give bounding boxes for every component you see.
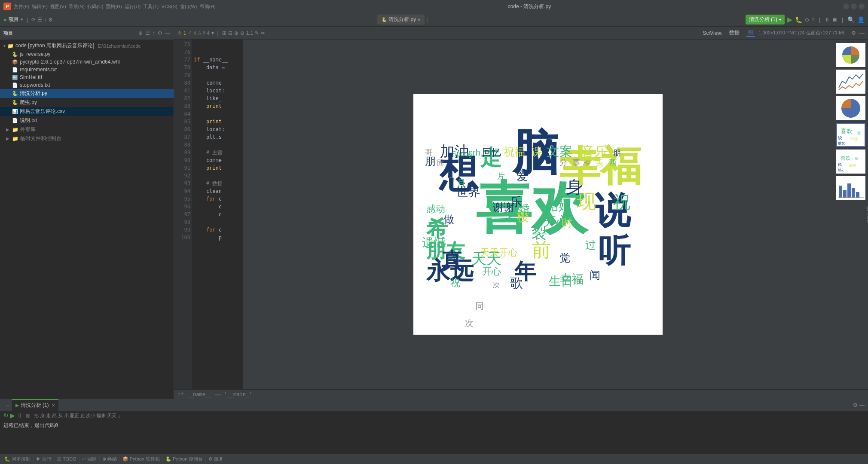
bottom-tab-todo[interactable]: ☑ TODO <box>54 455 79 463</box>
tab-dropdown-icon[interactable]: ▾ <box>418 17 420 23</box>
minimize-button[interactable]: － <box>843 3 849 9</box>
run-config-dropdown[interactable]: ▾ <box>779 17 781 22</box>
line-88: # 主循 <box>194 150 223 156</box>
sidebar-header: 项目 ⊕ ☰ ↕ ⚙ — <box>0 27 174 40</box>
run-panel-settings: ⚙ — <box>853 402 865 408</box>
thumb-wordcloud-5[interactable]: 喜欢 说 幸福 听 朋友 <box>836 150 865 174</box>
word-small-11: 次 <box>493 281 500 289</box>
line-94: for c <box>194 196 222 202</box>
table-icon[interactable]: ⊟ <box>228 30 232 36</box>
svg-text:朋友: 朋友 <box>838 141 845 145</box>
sort-icon[interactable]: ↕ <box>44 17 46 23</box>
sidebar-item-external[interactable]: ▶ 📁 外部库 <box>0 125 174 134</box>
run-active-tab[interactable]: ▶ 清洗分析 (1) ✕ <box>12 399 58 411</box>
search-button[interactable]: 🔍 <box>847 16 855 23</box>
bottom-tab-end[interactable]: ⊗ 终结 <box>99 455 119 463</box>
minimize-editor-icon[interactable]: — <box>859 30 865 36</box>
line-85: locat: <box>194 126 225 132</box>
list-icon[interactable]: ☰ <box>37 17 42 23</box>
thumb-bar-6[interactable] <box>836 176 865 200</box>
bottom-tab-callback[interactable]: ↩ 回调 <box>79 455 99 463</box>
sync-icon[interactable]: ⟳ <box>31 17 36 23</box>
word-回忆: 回忆 <box>482 147 501 158</box>
maximize-button[interactable]: □ <box>851 3 857 9</box>
sort-sidebar-icon[interactable]: ↕ <box>153 30 155 36</box>
svg-text:听: 听 <box>855 157 859 161</box>
sidebar-item-qingxi[interactable]: 🐍 清洗分析.py <box>0 89 174 98</box>
run-settings-icon[interactable]: ⚙ <box>853 402 858 408</box>
external-folder-icon: 📁 <box>12 127 18 133</box>
sciview-label: SciView: <box>703 30 723 36</box>
bottom-tab-packages[interactable]: 📦 Python 软件包 <box>119 455 162 463</box>
project-expand-icon[interactable]: ▾ <box>21 17 23 22</box>
grid-icon[interactable]: ⊞ <box>222 30 226 36</box>
debug-button[interactable]: 🐛 <box>795 16 802 23</box>
sidebar-item-stopwords[interactable]: 📄 stopwords.txt <box>0 81 174 89</box>
thumb-wordcloud-4[interactable]: 喜欢 说 幸福 听 朋友 <box>836 123 865 147</box>
bottom-tab-debug[interactable]: 🐛 脚本控制 <box>2 455 33 463</box>
word-歌: 歌 <box>510 276 523 290</box>
word-觉: 觉 <box>559 252 570 264</box>
svg-rect-15 <box>847 183 851 198</box>
sidebar-item-csv[interactable]: 📊 网易云音乐评论.csv <box>0 107 174 116</box>
run-tabs: ≡ ▶ 清洗分析 (1) ✕ ⚙ — <box>0 399 868 411</box>
thumb-line-2[interactable] <box>836 70 865 94</box>
bottom-tab-run[interactable]: ▶ 运行 <box>33 455 54 463</box>
thumb-pie-3[interactable] <box>836 96 865 120</box>
word-过: 过 <box>585 239 596 251</box>
bottom-tab-console[interactable]: 🐍 Python 控制台 <box>162 455 205 463</box>
run-button[interactable]: ▶ <box>787 15 792 24</box>
collapse-icon[interactable]: — <box>55 17 60 23</box>
word-生日: 生日 <box>549 275 573 288</box>
pin-icon[interactable]: | <box>426 17 428 23</box>
sciview-chart-tab[interactable]: 图 <box>746 29 755 37</box>
sidebar-item-pycrypto[interactable]: 📦 pycrypto-2.6.1-cp37-cp37m-win_amd64.wh… <box>0 58 174 66</box>
svg-rect-17 <box>856 192 859 198</box>
csv-label: 网易云音乐评论.csv <box>20 108 65 115</box>
line-77: data = <box>194 64 225 70</box>
line-83 <box>194 111 197 117</box>
stop-button[interactable]: ⏹ <box>832 17 837 23</box>
minus-icon[interactable]: ⊖ <box>240 30 245 36</box>
tree-root[interactable]: ▾ 📁 code [python 爬取网易云音乐评论] E:\01zhuomia… <box>0 41 174 50</box>
sidebar-item-shuoming[interactable]: 📄 说明.txt <box>0 116 174 125</box>
add-icon[interactable]: ⊕ <box>234 30 238 36</box>
settings-icon[interactable]: ⚙ <box>48 17 53 23</box>
close-button[interactable]: ✕ <box>859 3 865 9</box>
sidebar-item-pachong[interactable]: 🐍 爬虫.py <box>0 98 174 107</box>
pause-button[interactable]: ⏸ <box>825 17 830 23</box>
run-panel-icon[interactable]: ≡ <box>3 400 12 410</box>
sidebar-item-requirements[interactable]: 📄 requirements.txt <box>0 66 174 73</box>
root-label: code [python 爬取网易云音乐评论] <box>15 42 94 49</box>
user-button[interactable]: 👤 <box>857 16 865 23</box>
expand-checks-icon[interactable]: ▾ <box>211 30 214 36</box>
word-乐: 乐 <box>510 195 522 208</box>
word-结婚: 结婚 <box>547 199 571 213</box>
rerun-button[interactable]: ↻ <box>3 412 9 419</box>
run-minimize-icon[interactable]: — <box>859 402 865 408</box>
settings-editor-icon[interactable]: ⚙ <box>851 30 856 36</box>
thumb-pie-1[interactable] <box>836 43 865 67</box>
minimize-sidebar-icon[interactable]: — <box>165 30 170 36</box>
pen-icon[interactable]: ✏ <box>261 30 265 36</box>
bottom-tab-services[interactable]: ⚙ 服务 <box>205 455 226 463</box>
run-again-button[interactable]: ▶ <box>10 412 15 419</box>
sciview-data-tab[interactable]: 数据 <box>727 29 741 37</box>
stop-run-button: ⏹ <box>24 412 31 419</box>
settings-sidebar-icon[interactable]: ⚙ <box>158 30 162 36</box>
toolbar-center: 🐍 清洗分析.py ▾ | <box>62 15 743 24</box>
txt-icon-req: 📄 <box>12 67 18 73</box>
run-config-btn[interactable]: 清洗分析 (1) ▾ <box>746 15 785 24</box>
list-view-icon[interactable]: ☰ <box>145 30 150 36</box>
project-label: 项目 <box>9 16 19 23</box>
sidebar-item-temp[interactable]: ▶ 📁 临时文件和控制台 <box>0 134 174 143</box>
sidebar-item-simhei[interactable]: 🔤 SimHei.ttf <box>0 73 174 81</box>
file-tab[interactable]: 🐍 清洗分析.py ▾ <box>377 15 425 24</box>
sidebar-item-js-reverse[interactable]: 🐍 js_reverse.py <box>0 50 174 58</box>
profile-button[interactable]: ≡ <box>812 17 815 23</box>
js-reverse-label: js_reverse.py <box>20 51 50 57</box>
run-tab-close[interactable]: ✕ <box>52 403 55 408</box>
coverage-button[interactable]: ⊙ <box>805 17 809 23</box>
edit-icon[interactable]: ✎ <box>255 30 259 36</box>
scope-icon[interactable]: ⊕ <box>138 30 143 36</box>
